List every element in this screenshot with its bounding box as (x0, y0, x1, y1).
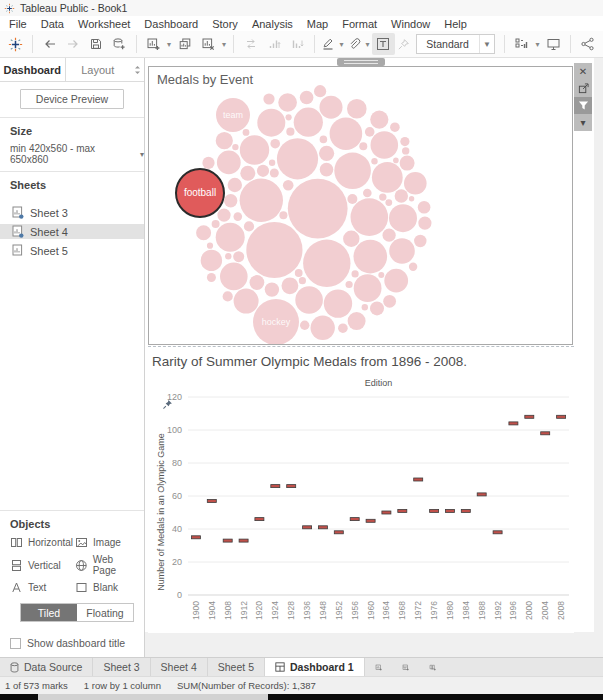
go-to-sheet-button[interactable] (574, 80, 592, 97)
bubble[interactable] (389, 238, 415, 264)
floating-button[interactable]: Floating (77, 604, 133, 621)
sheet-item-sheet4[interactable]: Sheet 4 (0, 224, 144, 239)
bubble[interactable] (303, 240, 350, 287)
bubble[interactable] (319, 146, 334, 161)
bubble[interactable] (288, 179, 348, 239)
new-worksheet-tab-button[interactable] (365, 658, 392, 676)
gantt-mark[interactable] (557, 415, 566, 418)
bubble[interactable] (265, 282, 279, 296)
object-vertical[interactable]: Vertical (10, 554, 73, 576)
bubble[interactable] (395, 189, 408, 202)
bubble[interactable] (393, 158, 399, 164)
gantt-mark[interactable] (287, 485, 296, 488)
bubble[interactable] (216, 132, 233, 149)
bubble[interactable] (295, 286, 323, 314)
bubble[interactable] (348, 312, 366, 330)
bubble[interactable] (257, 109, 285, 137)
zone-more-options-button[interactable]: ▾ (574, 114, 592, 131)
menu-dashboard[interactable]: Dashboard (137, 18, 205, 30)
clear-sheet-dropdown[interactable]: ▾ (220, 40, 229, 49)
menu-worksheet[interactable]: Worksheet (71, 18, 137, 30)
fix-axes-button[interactable] (395, 33, 412, 55)
menu-file[interactable]: File (2, 18, 34, 30)
object-blank[interactable]: Blank (75, 581, 138, 594)
tab-sheet3[interactable]: Sheet 3 (93, 658, 150, 676)
bubble[interactable] (383, 229, 396, 242)
sheet-item-sheet5[interactable]: Sheet 5 (0, 243, 144, 258)
new-story-tab-button[interactable] (419, 658, 446, 676)
bubble[interactable] (300, 321, 309, 330)
gantt-mark[interactable] (239, 539, 248, 542)
bubble[interactable] (418, 201, 431, 214)
bubble[interactable] (409, 263, 417, 271)
tab-dashboard[interactable]: Dashboard (0, 58, 66, 81)
bubble[interactable] (400, 137, 409, 146)
show-dashboard-title-row[interactable]: Show dashboard title (0, 628, 144, 657)
object-web-page[interactable]: Web Page (75, 554, 138, 576)
bubble[interactable] (370, 111, 388, 129)
bubble[interactable] (234, 212, 243, 221)
gantt-mark[interactable] (414, 478, 423, 481)
clear-sheet-button[interactable] (197, 33, 220, 55)
bubble[interactable] (250, 275, 265, 290)
bubble[interactable] (320, 163, 334, 177)
gantt-mark[interactable] (541, 432, 550, 435)
bubble[interactable] (379, 193, 386, 200)
bubble[interactable] (352, 270, 359, 277)
bubble[interactable] (263, 93, 274, 104)
bubble[interactable] (196, 225, 211, 240)
remove-zone-button[interactable]: ✕ (574, 63, 592, 80)
presentation-mode-button[interactable] (542, 33, 565, 55)
zone-drag-handle[interactable] (337, 58, 385, 66)
tab-data-source[interactable]: Data Source (0, 658, 93, 676)
bubble[interactable] (270, 169, 279, 178)
gantt-mark[interactable] (303, 526, 312, 529)
new-data-source-button[interactable] (108, 33, 131, 55)
zone-rarity-of-medals[interactable]: Rarity of Summer Olympic Medals from 189… (148, 346, 574, 633)
new-worksheet-button[interactable] (142, 33, 165, 55)
menu-help[interactable]: Help (437, 18, 474, 30)
bubble[interactable] (385, 199, 392, 206)
bubble[interactable] (232, 144, 238, 150)
bubble[interactable] (371, 158, 377, 164)
bubble[interactable] (228, 178, 242, 192)
bubble[interactable] (294, 108, 323, 137)
gantt-mark[interactable] (382, 511, 391, 514)
bubble[interactable] (217, 209, 230, 222)
size-dropdown[interactable]: min 420x560 - max 650x860 ▾ (10, 143, 144, 165)
bubble[interactable] (224, 194, 237, 207)
bubble[interactable] (207, 273, 216, 282)
gantt-mark[interactable] (334, 531, 343, 534)
swap-rows-columns-button[interactable] (239, 33, 262, 55)
show-cards-dropdown[interactable]: ▾ (533, 40, 542, 49)
bubble[interactable] (246, 222, 302, 278)
gantt-mark[interactable] (398, 509, 407, 512)
bubble[interactable] (334, 153, 371, 190)
bubble[interactable] (311, 316, 335, 340)
bubble[interactable] (279, 211, 287, 219)
bubble[interactable] (282, 277, 299, 294)
highlight-dropdown[interactable]: ▾ (337, 40, 346, 49)
sort-descending-button[interactable] (286, 33, 309, 55)
menu-window[interactable]: Window (384, 18, 437, 30)
bubble[interactable] (384, 269, 408, 293)
gantt-mark[interactable] (207, 500, 216, 503)
bubble[interactable] (240, 135, 269, 164)
gantt-mark[interactable] (445, 509, 454, 512)
group-dropdown[interactable]: ▾ (363, 40, 372, 49)
bubble[interactable] (243, 129, 250, 136)
bubble[interactable] (257, 165, 269, 177)
redo-button[interactable] (61, 33, 84, 55)
bubble[interactable] (240, 179, 283, 222)
bubble[interactable] (363, 189, 372, 198)
bubble[interactable] (244, 221, 254, 231)
tab-layout[interactable]: Layout (66, 58, 131, 81)
bubble[interactable] (212, 220, 220, 228)
menu-data[interactable]: Data (34, 18, 71, 30)
gantt-mark[interactable] (191, 536, 200, 539)
bubble[interactable] (286, 128, 294, 136)
bubble[interactable] (201, 250, 222, 271)
bubble[interactable] (351, 198, 389, 236)
fit-selector[interactable]: Standard ▼ (416, 34, 495, 54)
duplicate-sheet-button[interactable] (173, 33, 196, 55)
